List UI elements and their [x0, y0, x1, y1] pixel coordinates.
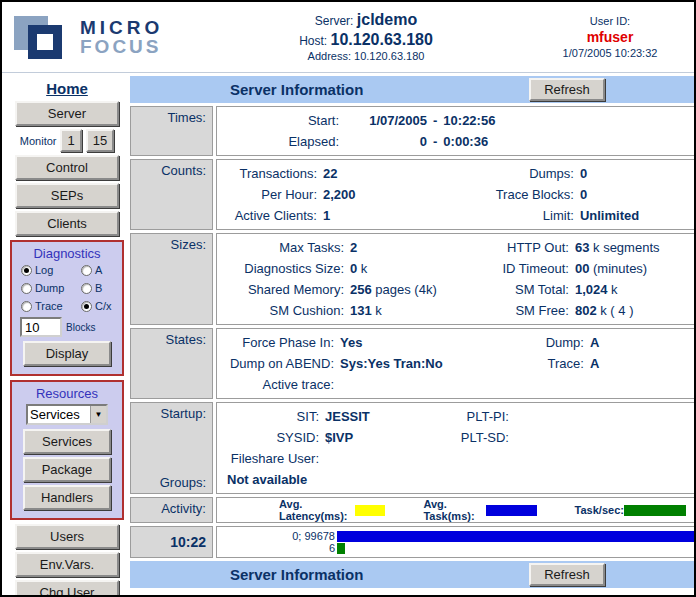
bottom-title-bar: Server Information Refresh — [130, 561, 696, 588]
radio-cx[interactable]: C/x — [81, 300, 125, 312]
header: MICRO FOCUS Server: jcldemo Host: 10.120… — [2, 2, 694, 72]
counts-row: Per Hour: 2,200 Trace Blocks: 0 — [219, 184, 696, 205]
monitor-1-button[interactable]: 1 — [60, 129, 81, 152]
activity-label: Activity: — [161, 501, 206, 516]
page: MICRO FOCUS Server: jcldemo Host: 10.120… — [0, 0, 696, 597]
refresh-button-bottom[interactable]: Refresh — [529, 563, 605, 586]
page-title-bottom: Server Information — [230, 566, 363, 583]
radio-log[interactable]: Log — [21, 264, 81, 276]
radio-a-icon[interactable] — [81, 265, 92, 276]
elapsed-label: Elapsed: — [219, 131, 339, 152]
task-sec-legend-label: Task/sec: — [575, 504, 624, 516]
radio-trace-label: Trace — [35, 300, 63, 312]
startup-section: Startup: Groups: SIT: JESSIT PLT-PI: SYS… — [130, 402, 696, 494]
envvars-button[interactable]: Env.Vars. — [15, 552, 119, 577]
blocks-label: Blocks — [66, 322, 95, 333]
start-label: Start: — [219, 110, 339, 131]
resources-select-value[interactable]: Services — [28, 406, 90, 423]
home-link[interactable]: Home — [6, 80, 128, 97]
timeline-section: 10:22 0; 99678 6 — [130, 526, 696, 558]
groups-label: Groups: — [160, 475, 206, 490]
radio-trace-icon[interactable] — [21, 301, 32, 312]
radio-dump[interactable]: Dump — [21, 282, 81, 294]
handlers-button[interactable]: Handlers — [23, 485, 111, 510]
monitor-row: Monitor 1 15 — [6, 129, 128, 152]
counts-section: Counts: Transactions: 22 Dumps: 0 Per Ho… — [130, 159, 696, 230]
address-label: Address: — [308, 50, 351, 62]
services-button[interactable]: Services — [23, 429, 111, 454]
radio-dump-icon[interactable] — [21, 283, 32, 294]
timeline-time-label: 10:22 — [170, 534, 206, 550]
blocks-row: Blocks — [15, 317, 119, 337]
diagnostics-title: Diagnostics — [15, 246, 119, 261]
radio-log-icon[interactable] — [21, 265, 32, 276]
elapsed-days: 0 — [339, 131, 427, 152]
task-ms-legend-label: Avg. Task(ms): — [423, 498, 486, 522]
users-button[interactable]: Users — [15, 524, 119, 549]
elapsed-sep: - — [427, 131, 443, 152]
counts-row: Transactions: 22 Dumps: 0 — [219, 163, 696, 184]
start-sep: - — [427, 110, 443, 131]
task-ms-swatch — [486, 505, 536, 516]
startup-label: Startup: — [160, 406, 206, 421]
server-value: jcldemo — [357, 11, 417, 28]
server-line: Server: jcldemo — [192, 10, 540, 30]
startup-row: SYSID: $IVP PLT-SD: — [219, 427, 696, 448]
timeline-bar-value: 6 — [219, 542, 337, 554]
counts-row: Active Clients: 1 Limit: Unlimited — [219, 205, 696, 226]
resources-select[interactable]: Services ▼ — [26, 404, 108, 425]
timeline-bar-row: 6 — [219, 542, 696, 554]
user-id-label: User ID: — [540, 14, 680, 28]
task-sec-bar — [337, 543, 345, 554]
radio-b-label: B — [95, 282, 102, 294]
chevron-down-icon[interactable]: ▼ — [90, 406, 106, 423]
sidebar: Home Server Monitor 1 15 Control SEPs Cl… — [6, 76, 128, 597]
host-line: Host: 10.120.63.180 — [192, 30, 540, 50]
radio-cx-label: C/x — [95, 300, 112, 312]
logo-text: MICRO FOCUS — [80, 18, 163, 56]
radio-trace[interactable]: Trace — [21, 300, 81, 312]
control-button[interactable]: Control — [15, 155, 119, 180]
logo-line1: MICRO — [80, 18, 163, 37]
states-row: Dump on ABEND: Sys:Yes Tran:No Trace: A — [219, 353, 696, 374]
activity-legend: Avg. Latency(ms): Avg. Task(ms): Task/se… — [219, 501, 696, 519]
radio-b-icon[interactable] — [81, 283, 92, 294]
host-label: Host: — [299, 34, 327, 48]
startup-row: SIT: JESSIT PLT-PI: — [219, 406, 696, 427]
sizes-row: Max Tasks: 2 HTTP Out: 63 k segments — [219, 237, 696, 258]
top-title-bar: Server Information Refresh — [130, 76, 696, 103]
timeline-bar-value: 0; 99678 — [219, 530, 337, 542]
monitor-15-button[interactable]: 15 — [86, 129, 114, 152]
micro-focus-logo: MICRO FOCUS — [12, 10, 192, 64]
main-content: Server Information Refresh Times: Start:… — [130, 76, 696, 591]
user-id-value: mfuser — [540, 28, 680, 46]
elapsed-time: 0:00:36 — [443, 131, 488, 152]
times-row: Start: 1/07/2005 - 10:22:56 — [219, 110, 696, 131]
display-button[interactable]: Display — [23, 341, 111, 366]
sizes-label: Sizes: — [171, 237, 206, 252]
groups-value: Not available — [219, 469, 696, 490]
diagnostics-radios: Log A Dump B Trace C/x — [15, 264, 119, 312]
states-section: States: Force Phase In: Yes Dump: A Dump… — [130, 328, 696, 399]
package-button[interactable]: Package — [23, 457, 111, 482]
sizes-row: Diagnostics Size: 0 k ID Timeout: 00 (mi… — [219, 258, 696, 279]
radio-b[interactable]: B — [81, 282, 125, 294]
states-row: Active trace: — [219, 374, 696, 395]
micro-focus-logo-icon — [12, 10, 74, 64]
times-row: Elapsed: 0 - 0:00:36 — [219, 131, 696, 152]
radio-cx-icon[interactable] — [81, 301, 92, 312]
refresh-button-top[interactable]: Refresh — [529, 78, 605, 101]
address-value: 10.120.63.180 — [354, 50, 424, 62]
user-info: User ID: mfuser 1/07/2005 10:23:32 — [540, 14, 680, 61]
blocks-input[interactable] — [20, 317, 62, 337]
address-line: Address: 10.120.63.180 — [192, 50, 540, 64]
server-button[interactable]: Server — [15, 101, 119, 126]
radio-a[interactable]: A — [81, 264, 125, 276]
times-section: Times: Start: 1/07/2005 - 10:22:56 Elaps… — [130, 106, 696, 156]
states-row: Force Phase In: Yes Dump: A — [219, 332, 696, 353]
chguser-button[interactable]: Chg.User — [15, 580, 119, 597]
seps-button[interactable]: SEPs — [15, 183, 119, 208]
clients-button[interactable]: Clients — [15, 211, 119, 236]
resources-title: Resources — [15, 386, 119, 401]
activity-section: Activity: Avg. Latency(ms): Avg. Task(ms… — [130, 497, 696, 523]
